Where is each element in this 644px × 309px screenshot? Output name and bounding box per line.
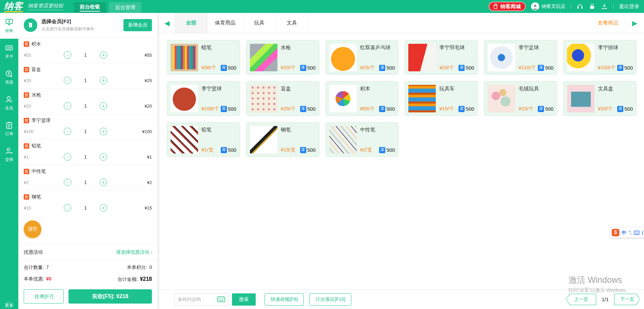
plus-button[interactable]: + bbox=[100, 204, 107, 212]
plus-button[interactable]: + bbox=[100, 51, 107, 59]
minus-button[interactable]: - bbox=[64, 102, 71, 110]
minus-button[interactable]: - bbox=[64, 77, 71, 84]
cart-item[interactable]: 普 盲盒 ¥25 - 1 + ¥25 bbox=[18, 63, 157, 89]
product-card[interactable]: 积木 ¥55/个 库 500 bbox=[326, 81, 399, 116]
sidebar-item-shift[interactable]: 交班 bbox=[0, 142, 18, 168]
category-tab[interactable]: 全部 bbox=[175, 13, 208, 33]
stock-badge: 库 bbox=[379, 65, 385, 71]
count-item-button[interactable]: 计次项目[F10] bbox=[309, 293, 351, 306]
quantity-value: 1 bbox=[84, 154, 87, 160]
product-name: 李宁足球 bbox=[519, 44, 553, 51]
product-card[interactable]: 红双喜乒乓球 ¥25/个 库 500 bbox=[326, 40, 399, 75]
sidebar-item-members[interactable]: 会员 bbox=[0, 90, 18, 116]
sidebar-item-orders[interactable]: 订单 bbox=[0, 116, 18, 142]
product-card[interactable]: 毛绒玩具 ¥15/个 库 500 bbox=[484, 81, 557, 116]
chevron-right-icon: › bbox=[151, 250, 153, 255]
stock-count: 500 bbox=[307, 106, 316, 112]
product-image bbox=[488, 44, 515, 71]
sidebar-item-recharge[interactable]: ¥ 充值 bbox=[0, 65, 18, 90]
plus-button[interactable]: + bbox=[100, 179, 107, 186]
app-logo: 纳客 bbox=[4, 1, 23, 12]
store-account[interactable]: 纳客文玩店 bbox=[531, 2, 565, 11]
app-tagline: 纳客管店更轻松 bbox=[28, 3, 63, 10]
product-card[interactable]: 玩具车 ¥15/个 库 500 bbox=[405, 81, 478, 116]
hold-order-button[interactable]: 挂单[F7] bbox=[24, 289, 64, 304]
product-image bbox=[488, 85, 515, 112]
product-card[interactable]: 李宁排球 ¥100/个 库 500 bbox=[563, 40, 637, 75]
cart-item[interactable]: 普 钢笔 ¥15 - 1 + ¥15 bbox=[18, 190, 157, 216]
cart-item-total: ¥25 bbox=[107, 78, 152, 83]
quick-cashier-button[interactable]: 快速收银[F6] bbox=[265, 293, 304, 306]
cart-item[interactable]: 普 中性笔 ¥2 - 1 + ¥2 bbox=[18, 165, 157, 190]
product-card[interactable]: 蜡笔 ¥36/个 库 500 bbox=[167, 40, 240, 75]
product-price: ¥15/个 bbox=[439, 106, 454, 112]
next-page-button[interactable]: 下一页 bbox=[614, 294, 640, 305]
prev-page-button[interactable]: 上一页 bbox=[566, 294, 596, 305]
mall-badge[interactable]: 纳客商城 bbox=[489, 2, 526, 11]
product-card[interactable]: 铅笔 ¥1/支 库 500 bbox=[167, 122, 240, 157]
plus-button[interactable]: + bbox=[100, 102, 107, 110]
normal-product-badge: 普 bbox=[24, 194, 29, 200]
product-card[interactable]: 李宁羽毛球 ¥20/个 库 500 bbox=[405, 40, 478, 75]
minus-button[interactable]: - bbox=[64, 128, 71, 135]
plus-button[interactable]: + bbox=[100, 77, 107, 84]
lock-icon[interactable] bbox=[589, 3, 596, 10]
product-card[interactable]: 盲盒 ¥25/个 库 500 bbox=[246, 81, 319, 116]
product-image bbox=[567, 44, 594, 71]
sidebar-item-more[interactable]: ⋯ 更多 bbox=[0, 300, 18, 307]
headset-icon[interactable] bbox=[577, 3, 583, 10]
ime-more[interactable]: ( bbox=[642, 228, 643, 238]
cart-item-unit-price: ¥15 bbox=[24, 205, 64, 211]
search-button[interactable]: 搜索 bbox=[232, 293, 256, 306]
avatar bbox=[531, 2, 539, 11]
category-scroll-left-icon[interactable]: ◀ bbox=[159, 13, 175, 33]
ime-toolbar[interactable]: S 中 °, ( bbox=[610, 228, 644, 238]
category-tab[interactable]: 体育用品 bbox=[208, 13, 243, 33]
minus-button[interactable]: - bbox=[64, 179, 71, 186]
member-select-header[interactable]: 选择会员[F2] 点击进行会员搜索或刷卡操作 新增会员 bbox=[18, 13, 157, 38]
keyboard-icon[interactable] bbox=[217, 296, 225, 302]
logout-button[interactable]: 退出登录 bbox=[619, 3, 639, 10]
clear-cart-button[interactable]: 清空 bbox=[24, 220, 41, 238]
main-nav-tabs: 前台收银 后台管理 bbox=[74, 2, 141, 13]
cart-item[interactable]: 普 铅笔 ¥1 - 1 + ¥1 bbox=[18, 140, 157, 165]
add-member-button[interactable]: 新增会员 bbox=[123, 19, 152, 31]
sidebar-item-vip-card[interactable]: VIP 开卡 bbox=[0, 39, 18, 65]
product-card[interactable]: 水枪 ¥20/个 库 500 bbox=[246, 40, 319, 75]
category-tab[interactable]: 玩具 bbox=[243, 13, 276, 33]
plus-button[interactable]: + bbox=[100, 128, 107, 135]
ime-punctuation-toggle[interactable]: °, bbox=[629, 228, 631, 238]
product-card[interactable]: 中性笔 ¥2/支 库 500 bbox=[326, 122, 399, 157]
combo-products-link[interactable]: 套餐商品 bbox=[598, 13, 625, 33]
cart-item[interactable]: 普 李宁篮球 ¥100 - 1 + ¥100 bbox=[18, 114, 157, 140]
plus-button[interactable]: + bbox=[100, 153, 107, 161]
total-amount-label: 合计金额: bbox=[118, 276, 138, 283]
minus-button[interactable]: - bbox=[64, 204, 71, 212]
tab-backend-admin[interactable]: 后台管理 bbox=[109, 2, 141, 13]
category-scroll-right-icon[interactable]: ▶ bbox=[625, 13, 644, 33]
product-card[interactable]: 钢笔 ¥15/支 库 500 bbox=[246, 122, 319, 157]
ime-keyboard-icon[interactable] bbox=[634, 231, 640, 235]
category-tab[interactable]: 文具 bbox=[276, 13, 308, 33]
product-card[interactable]: 李宁足球 ¥110/个 库 500 bbox=[484, 40, 557, 75]
quantity-value: 1 bbox=[84, 129, 87, 134]
sogou-logo-icon[interactable]: S bbox=[612, 229, 619, 236]
sidebar-item-cashier[interactable]: ¥ 收银 bbox=[0, 13, 18, 39]
barcode-input[interactable] bbox=[178, 297, 217, 302]
minus-button[interactable]: - bbox=[64, 51, 71, 59]
tab-front-cashier[interactable]: 前台收银 bbox=[74, 2, 106, 13]
product-card[interactable]: 文具盒 ¥20/个 库 500 bbox=[563, 81, 637, 116]
cart-item[interactable]: 普 积木 ¥55 - 1 + ¥55 bbox=[18, 38, 157, 63]
download-icon[interactable] bbox=[601, 3, 608, 10]
minus-button[interactable]: - bbox=[64, 153, 71, 161]
product-image bbox=[171, 126, 198, 153]
cart-item[interactable]: 普 水枪 ¥20 - 1 + ¥20 bbox=[18, 89, 157, 114]
ime-language-toggle[interactable]: 中 bbox=[622, 228, 626, 238]
product-card[interactable]: 李宁篮球 ¥100/个 库 500 bbox=[167, 81, 240, 116]
member-select-title: 选择会员[F2] bbox=[41, 18, 94, 25]
promo-activity-row[interactable]: 优惠活动 请选择优惠活动 › bbox=[18, 244, 157, 260]
product-name: 蜡笔 bbox=[201, 44, 236, 51]
checkout-button[interactable]: 实收[F5]: ¥218 bbox=[69, 289, 152, 304]
product-image bbox=[329, 85, 357, 112]
promo-select-link[interactable]: 请选择优惠活动 bbox=[116, 249, 149, 255]
